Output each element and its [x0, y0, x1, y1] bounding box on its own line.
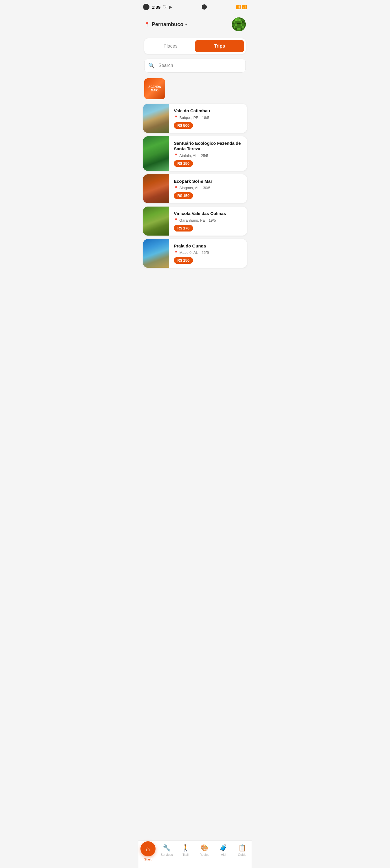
trip-date: 26/5 — [201, 250, 209, 255]
nav-item-recipe[interactable]: 🎨 Recipe — [195, 843, 214, 862]
trip-thumb-image: AGENDAMAIO — [144, 78, 165, 99]
trip-thumbnails: AGENDAMAIO — [144, 78, 246, 99]
trip-location: 📍 Atalaia, AL 25/5 — [174, 153, 243, 158]
nav-label-start: Start — [144, 858, 151, 861]
trip-price: R$ 150 — [174, 257, 193, 264]
trip-card-image — [143, 174, 169, 204]
trip-card-image — [143, 239, 169, 268]
trip-price: R$ 150 — [174, 192, 193, 199]
trip-price: R$ 500 — [174, 122, 193, 129]
trip-card-image — [143, 207, 169, 236]
trip-location-text: Garanhuns, PE — [179, 218, 205, 222]
trip-card-image — [143, 136, 169, 171]
home-icon: ⌂ — [146, 845, 150, 853]
trip-location: 📍 Alagoas, AL 30/5 — [174, 186, 243, 190]
trip-card-content: Santuário Ecológico Fazenda de Santa Ter… — [169, 136, 247, 171]
trip-card-image — [143, 104, 169, 133]
trip-date: 18/5 — [202, 116, 209, 120]
location-dot-icon: 📍 — [174, 116, 178, 120]
trip-location-text: Atalaia, AL — [179, 153, 197, 158]
wifi-icon: 📶 — [236, 5, 241, 9]
trip-location: 📍 Buíque, PE 18/5 — [174, 116, 243, 120]
status-time: 1:39 — [152, 5, 160, 9]
status-bar: 1:39 🛡 ▶ 📶 📶 — [139, 0, 251, 13]
location-text: Pernambuco — [152, 22, 183, 28]
trip-date: 30/5 — [203, 186, 210, 190]
trip-location-text: Alagoas, AL — [179, 186, 199, 190]
trail-icon: 🚶 — [182, 844, 189, 852]
trip-title: Santuário Ecológico Fazenda de Santa Ter… — [174, 141, 243, 152]
trip-card-content: Vale do Catimbau 📍 Buíque, PE 18/5 R$ 50… — [169, 104, 247, 133]
avatar-pixel-art — [232, 18, 246, 31]
bottom-navigation: ⌂ Start 🔧 Services 🚶 Trail 🎨 Recipe 🧳 Ai… — [139, 840, 251, 868]
recipe-icon: 🎨 — [201, 844, 208, 852]
trip-location-text: Maceió, AL — [179, 250, 198, 255]
nav-label-guide: Guide — [238, 853, 246, 857]
chevron-down-icon: ▾ — [185, 22, 187, 27]
status-dot — [143, 4, 149, 10]
header: 📍 Pernambuco ▾ — [139, 13, 251, 36]
location-dot-icon: 📍 — [174, 186, 178, 190]
trip-title: Vinícola Vale das Colinas — [174, 211, 243, 216]
trip-location-text: Buíque, PE — [179, 116, 199, 120]
shield-icon: 🛡 — [163, 5, 167, 9]
trip-card[interactable]: Vale do Catimbau 📍 Buíque, PE 18/5 R$ 50… — [143, 104, 247, 133]
status-left: 1:39 🛡 ▶ — [143, 4, 172, 10]
nav-item-guide[interactable]: 📋 Guide — [233, 843, 251, 862]
trip-card[interactable]: Ecopark Sol & Mar 📍 Alagoas, AL 30/5 R$ … — [143, 174, 247, 204]
nav-label-aid: Aid — [221, 853, 226, 857]
status-right: 📶 📶 — [236, 5, 247, 9]
nav-item-aid[interactable]: 🧳 Aid — [214, 843, 233, 862]
trip-title: Vale do Catimbau — [174, 108, 243, 114]
trip-card-content: Vinícola Vale das Colinas 📍 Garanhuns, P… — [169, 207, 247, 236]
trips-list: Vale do Catimbau 📍 Buíque, PE 18/5 R$ 50… — [139, 104, 251, 297]
nav-item-start[interactable]: ⌂ Start — [139, 843, 157, 862]
home-circle: ⌂ — [141, 841, 155, 857]
search-input[interactable] — [144, 59, 246, 72]
nav-label-recipe: Recipe — [199, 853, 209, 857]
tab-trips[interactable]: Trips — [195, 40, 244, 52]
trip-card[interactable]: Santuário Ecológico Fazenda de Santa Ter… — [143, 136, 247, 171]
aid-icon: 🧳 — [219, 844, 227, 852]
location-dot-icon: 📍 — [174, 153, 178, 158]
trip-date: 25/5 — [201, 153, 208, 158]
guide-icon: 📋 — [238, 844, 246, 852]
trip-date: 19/5 — [209, 218, 216, 222]
nav-item-services[interactable]: 🔧 Services — [157, 843, 176, 862]
nav-item-trail[interactable]: 🚶 Trail — [176, 843, 195, 862]
signal-icon: 📶 — [242, 5, 247, 9]
trip-card[interactable]: Vinícola Vale das Colinas 📍 Garanhuns, P… — [143, 207, 247, 236]
trip-thumbnail-agenda[interactable]: AGENDAMAIO — [144, 78, 165, 99]
avatar[interactable] — [232, 18, 246, 31]
nav-label-services: Services — [160, 853, 173, 857]
trip-title: Ecopark Sol & Mar — [174, 178, 243, 184]
play-icon: ▶ — [169, 5, 172, 9]
trip-title: Praia do Gunga — [174, 243, 243, 249]
search-container: 🔍 — [144, 59, 246, 72]
trip-price: R$ 170 — [174, 225, 193, 231]
trip-card-content: Ecopark Sol & Mar 📍 Alagoas, AL 30/5 R$ … — [169, 174, 247, 204]
camera-dot — [202, 4, 207, 9]
tab-places[interactable]: Places — [146, 40, 195, 52]
location-dot-icon: 📍 — [174, 218, 178, 222]
trip-card-content: Praia do Gunga 📍 Maceió, AL 26/5 R$ 150 — [169, 239, 247, 268]
location-pin-icon: 📍 — [144, 22, 150, 27]
search-icon: 🔍 — [148, 62, 155, 69]
location-selector[interactable]: 📍 Pernambuco ▾ — [144, 22, 187, 28]
trip-location: 📍 Garanhuns, PE 19/5 — [174, 218, 243, 222]
trip-price: R$ 150 — [174, 160, 193, 167]
tab-toggle: Places Trips — [144, 38, 246, 54]
trip-card[interactable]: Praia do Gunga 📍 Maceió, AL 26/5 R$ 150 — [143, 239, 247, 268]
location-dot-icon: 📍 — [174, 251, 178, 255]
nav-label-trail: Trail — [182, 853, 189, 857]
trip-location: 📍 Maceió, AL 26/5 — [174, 250, 243, 255]
services-icon: 🔧 — [163, 844, 171, 852]
